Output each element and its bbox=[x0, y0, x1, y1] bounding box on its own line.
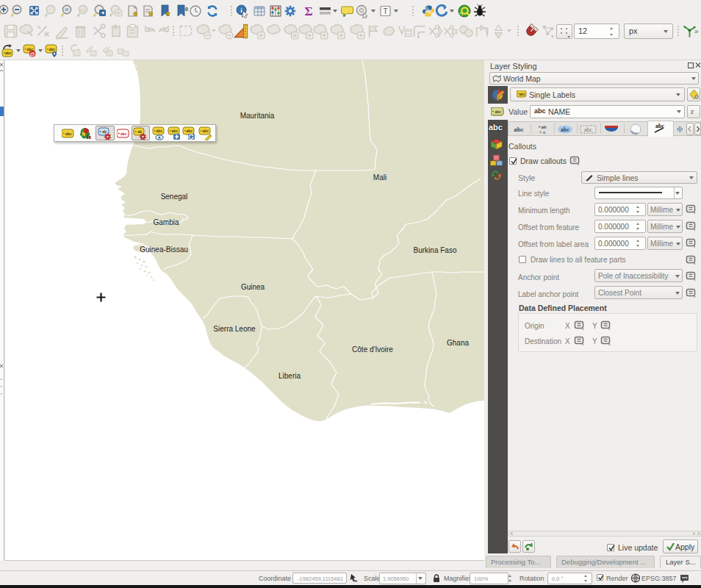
svg-text:abc: abc bbox=[156, 129, 162, 133]
svg-text:abc: abc bbox=[65, 132, 72, 136]
svg-text:Guinea-Bissau: Guinea-Bissau bbox=[140, 245, 188, 254]
svg-text:< c: < c bbox=[539, 129, 546, 135]
svg-text:Ghana: Ghana bbox=[447, 339, 469, 347]
svg-text:abc: abc bbox=[520, 93, 525, 96]
svg-text:ab: ab bbox=[137, 129, 142, 134]
svg-text:Sierra Leone: Sierra Leone bbox=[213, 325, 256, 333]
svg-text:Côte d'Ivoire: Côte d'Ivoire bbox=[352, 345, 393, 354]
svg-text:1:1: 1:1 bbox=[80, 8, 86, 12]
svg-text:abc: abc bbox=[171, 129, 178, 133]
svg-text:ab: ab bbox=[102, 129, 107, 134]
svg-text:abc: abc bbox=[495, 110, 501, 114]
svg-text:Gambia: Gambia bbox=[153, 218, 179, 226]
svg-text:abc: abc bbox=[5, 51, 12, 55]
svg-text:Mali: Mali bbox=[373, 173, 387, 182]
svg-text:abc: abc bbox=[186, 129, 193, 133]
svg-text:Mauritania: Mauritania bbox=[240, 112, 275, 120]
svg-text:@: @ bbox=[29, 51, 35, 57]
svg-text:abc: abc bbox=[121, 132, 127, 136]
svg-text:abc: abc bbox=[48, 47, 55, 51]
svg-text:abc: abc bbox=[202, 129, 209, 133]
svg-text:Guinea: Guinea bbox=[241, 283, 265, 291]
svg-text:Liberia: Liberia bbox=[278, 372, 301, 380]
svg-text:Σ: Σ bbox=[304, 4, 312, 18]
svg-text:Senegal: Senegal bbox=[161, 193, 188, 201]
svg-text:T: T bbox=[383, 7, 387, 15]
svg-text:abc: abc bbox=[584, 126, 593, 133]
svg-text:Burkina Faso: Burkina Faso bbox=[414, 246, 457, 254]
svg-text:abc: abc bbox=[561, 126, 569, 133]
svg-text:abc: abc bbox=[514, 126, 524, 133]
